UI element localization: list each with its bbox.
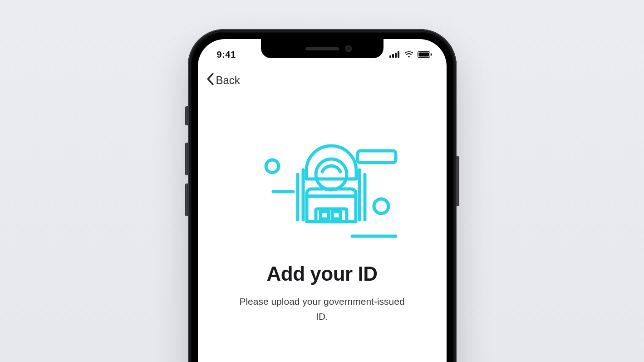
power-button — [457, 156, 459, 206]
svg-rect-13 — [320, 212, 329, 219]
cellular-icon — [389, 50, 400, 60]
status-bar: 9:41 — [198, 39, 447, 64]
screen: 9:41 — [198, 39, 447, 362]
stage: 9:41 — [0, 0, 644, 362]
svg-rect-5 — [418, 52, 429, 56]
svg-point-7 — [266, 160, 279, 173]
battery-icon — [418, 50, 432, 60]
status-indicators — [389, 50, 432, 60]
svg-rect-9 — [358, 151, 396, 163]
nav-bar: Back — [198, 64, 447, 88]
chevron-left-icon — [206, 73, 214, 88]
back-label: Back — [216, 74, 240, 87]
page-subtitle: Please upload your government-issued ID. — [236, 294, 408, 324]
svg-point-12 — [316, 159, 347, 190]
svg-rect-0 — [389, 55, 391, 58]
astronaut-illustration — [245, 143, 399, 244]
phone-frame: 9:41 — [188, 29, 457, 362]
wifi-icon — [404, 50, 414, 60]
svg-rect-14 — [332, 212, 340, 219]
mute-switch — [185, 106, 188, 125]
volume-down-button — [185, 183, 188, 216]
page-title: Add your ID — [267, 263, 378, 285]
status-time: 9:41 — [217, 50, 236, 60]
svg-point-8 — [374, 199, 388, 213]
svg-rect-1 — [392, 54, 394, 58]
volume-up-button — [185, 143, 188, 175]
svg-rect-6 — [431, 53, 432, 55]
svg-rect-2 — [395, 53, 397, 58]
content: Add your ID Please upload your governmen… — [198, 143, 447, 324]
back-button[interactable]: Back — [206, 73, 240, 88]
svg-rect-3 — [398, 51, 399, 58]
